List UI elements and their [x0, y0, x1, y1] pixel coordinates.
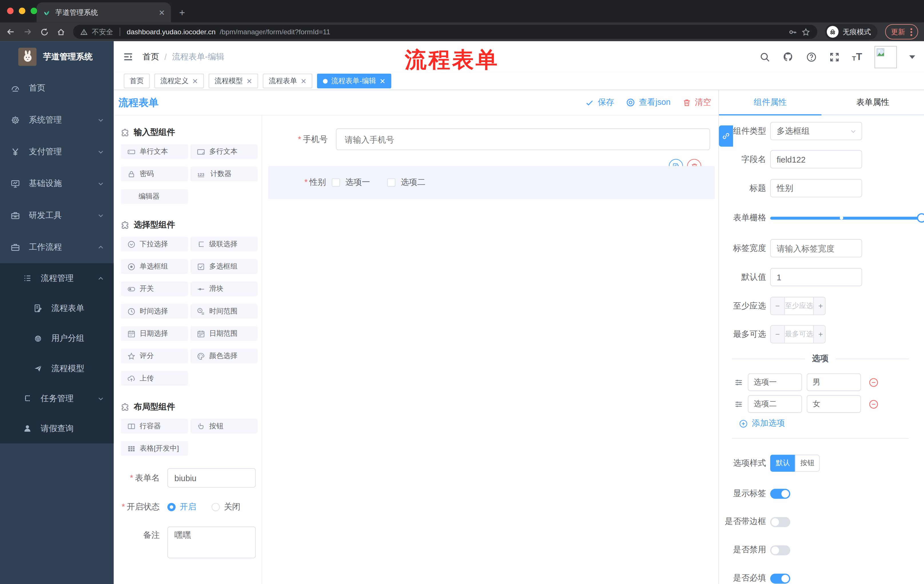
remove-option-button[interactable] [868, 377, 879, 387]
title-input[interactable] [770, 179, 862, 197]
component-password[interactable]: 密码 [121, 166, 188, 181]
back-icon[interactable] [6, 27, 15, 36]
tag-close-icon[interactable]: ✕ [246, 77, 252, 85]
increase-button[interactable]: + [813, 326, 825, 343]
checkbox[interactable] [387, 179, 395, 187]
component-color-picker[interactable]: 颜色选择 [190, 349, 257, 364]
status-radio-on[interactable]: 开启 [167, 502, 196, 512]
component-radio-group[interactable]: 单选框组 [121, 259, 188, 274]
gender-option2-checkbox[interactable]: 选项二 [387, 177, 426, 188]
option-value-input[interactable] [807, 395, 861, 413]
browser-update-button[interactable]: 更新 [885, 24, 918, 40]
sidebar-item-task-manage[interactable]: 任务管理 [0, 383, 114, 413]
sidebar-item-process-manage[interactable]: 流程管理 [0, 263, 114, 293]
slider-handle[interactable] [917, 213, 924, 222]
sidebar-item-payment[interactable]: 支付管理 [0, 136, 114, 168]
view-json-button[interactable]: 查看json [626, 97, 671, 108]
browser-menu-icon[interactable] [911, 28, 912, 36]
style-button-button[interactable]: 按钮 [795, 454, 820, 472]
sidebar-item-process-model[interactable]: 流程模型 [0, 354, 114, 383]
drag-handle-icon[interactable] [734, 400, 743, 409]
component-editor[interactable]: 编辑器 [121, 189, 188, 204]
component-switch[interactable]: 开关 [121, 281, 188, 296]
security-label[interactable]: 不安全 [92, 27, 113, 37]
sidebar-item-home[interactable]: 首页 [0, 72, 114, 104]
option-label-input[interactable] [748, 395, 802, 413]
tab-form-props[interactable]: 表单属性 [822, 90, 924, 114]
default-value-input[interactable] [770, 268, 862, 286]
disabled-toggle[interactable] [770, 545, 790, 555]
gender-option1-checkbox[interactable]: 选项一 [332, 177, 370, 188]
component-date-range[interactable]: 日期范围 [190, 326, 257, 341]
component-select[interactable]: 下拉选择 [121, 237, 188, 252]
form-remark-textarea[interactable]: 嘿嘿 [167, 526, 256, 558]
tab-close-icon[interactable]: ✕ [159, 8, 165, 17]
address-bar[interactable]: 不安全 dashboard.yudao.iocoder.cn/bpm/manag… [73, 25, 817, 39]
component-date-picker[interactable]: 日期选择 [121, 326, 188, 341]
component-type-select[interactable]: 多选框组 [770, 122, 862, 140]
decrease-button[interactable]: − [771, 326, 785, 343]
tag-process-form[interactable]: 流程表单✕ [263, 74, 312, 89]
component-checkbox-group[interactable]: 多选框组 [190, 259, 257, 274]
component-time-picker[interactable]: 时间选择 [121, 304, 188, 319]
search-icon[interactable] [760, 51, 770, 62]
max-select-value[interactable]: 最多可选 [785, 326, 813, 343]
tab-component-props[interactable]: 组件属性 [719, 90, 822, 114]
maximize-window-button[interactable] [31, 8, 37, 14]
avatar-caret-icon[interactable] [909, 55, 915, 59]
form-grid-slider[interactable] [770, 211, 922, 225]
field-name-input[interactable] [770, 150, 862, 169]
sidebar-item-devtools[interactable]: 研发工具 [0, 200, 114, 232]
increase-button[interactable]: + [813, 298, 825, 314]
tag-close-icon[interactable]: ✕ [380, 77, 386, 85]
tag-home[interactable]: 首页 [124, 74, 150, 89]
save-button[interactable]: 保存 [585, 97, 614, 108]
sidebar-item-infra[interactable]: 基础设施 [0, 168, 114, 199]
tag-process-definition[interactable]: 流程定义✕ [154, 74, 204, 89]
minimize-window-button[interactable] [19, 8, 25, 14]
font-size-icon[interactable]: TT [852, 52, 862, 62]
bookmark-star-icon[interactable] [801, 28, 810, 36]
breadcrumb-home[interactable]: 首页 [143, 51, 159, 62]
component-upload[interactable]: 上传 [121, 371, 188, 386]
component-button[interactable]: 按钮 [190, 419, 257, 434]
browser-tab[interactable]: 芋道管理系统 ✕ [36, 2, 171, 22]
add-option-button[interactable]: 添加选项 [739, 418, 924, 429]
component-cascader[interactable]: 级联选择 [190, 237, 257, 252]
github-icon[interactable] [782, 51, 794, 62]
home-icon[interactable] [57, 28, 66, 36]
drag-handle-icon[interactable] [734, 378, 743, 387]
phone-input[interactable] [336, 128, 710, 150]
hamburger-icon[interactable] [123, 51, 134, 62]
sidebar-item-process-form[interactable]: 流程表单 [0, 293, 114, 323]
form-name-input[interactable] [167, 468, 256, 488]
forward-icon[interactable] [23, 27, 32, 36]
tag-process-model[interactable]: 流程模型✕ [209, 74, 258, 89]
min-select-value[interactable]: 至少应选 [785, 298, 813, 314]
tag-process-form-edit[interactable]: 流程表单-编辑✕ [317, 74, 391, 89]
option-label-input[interactable] [748, 373, 802, 391]
form-canvas[interactable]: 手机号 性别 [262, 115, 718, 584]
close-window-button[interactable] [7, 8, 14, 14]
slider-track[interactable] [770, 216, 922, 219]
decrease-button[interactable]: − [771, 298, 785, 314]
link-tab[interactable] [719, 125, 733, 146]
component-counter[interactable]: 123计数器 [190, 166, 257, 181]
field-phone[interactable]: 手机号 [262, 128, 710, 150]
tag-close-icon[interactable]: ✕ [192, 77, 198, 85]
tag-close-icon[interactable]: ✕ [300, 77, 307, 85]
border-toggle[interactable] [770, 517, 790, 527]
new-tab-button[interactable]: + [174, 5, 190, 21]
sidebar-item-leave-query[interactable]: 请假查询 [0, 413, 114, 443]
help-icon[interactable] [806, 51, 817, 62]
remove-option-button[interactable] [868, 399, 879, 409]
style-default-button[interactable]: 默认 [770, 454, 795, 472]
reload-icon[interactable] [40, 28, 49, 36]
password-key-icon[interactable] [789, 28, 797, 36]
component-row-container[interactable]: 行容器 [121, 419, 188, 434]
window-controls[interactable] [7, 8, 37, 14]
avatar[interactable] [874, 46, 897, 68]
component-time-range[interactable]: 时间范围 [190, 304, 257, 319]
status-radio-off[interactable]: 关闭 [211, 502, 241, 512]
checkbox[interactable] [332, 179, 340, 187]
